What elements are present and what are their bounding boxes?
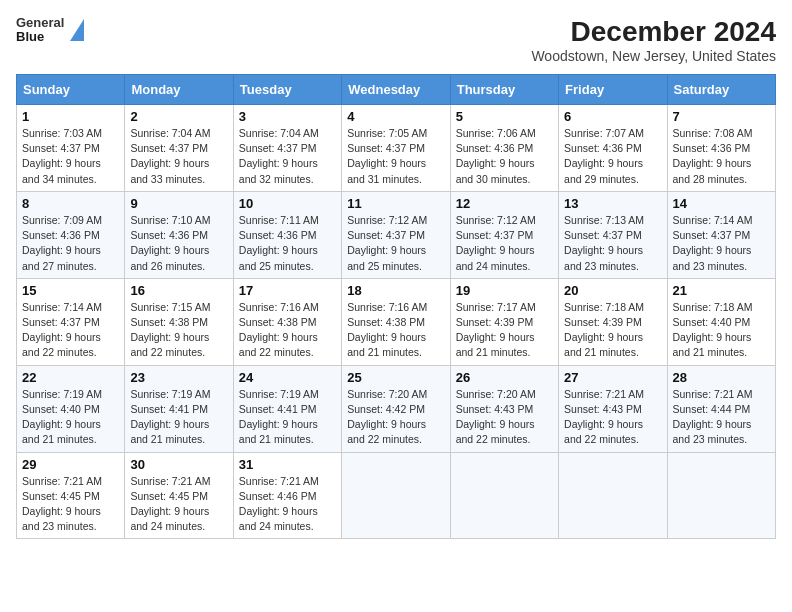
calendar-week-4: 22Sunrise: 7:19 AM Sunset: 4:40 PM Dayli…: [17, 365, 776, 452]
day-info: Sunrise: 7:19 AM Sunset: 4:41 PM Dayligh…: [130, 387, 227, 448]
calendar-cell: [667, 452, 775, 539]
day-number: 12: [456, 196, 553, 211]
day-number: 25: [347, 370, 444, 385]
day-number: 21: [673, 283, 770, 298]
day-number: 17: [239, 283, 336, 298]
calendar-cell: 10Sunrise: 7:11 AM Sunset: 4:36 PM Dayli…: [233, 191, 341, 278]
day-info: Sunrise: 7:09 AM Sunset: 4:36 PM Dayligh…: [22, 213, 119, 274]
logo-line2: Blue: [16, 30, 64, 44]
day-number: 14: [673, 196, 770, 211]
calendar-cell: 20Sunrise: 7:18 AM Sunset: 4:39 PM Dayli…: [559, 278, 667, 365]
calendar-cell: 22Sunrise: 7:19 AM Sunset: 4:40 PM Dayli…: [17, 365, 125, 452]
day-number: 13: [564, 196, 661, 211]
day-number: 27: [564, 370, 661, 385]
calendar-week-2: 8Sunrise: 7:09 AM Sunset: 4:36 PM Daylig…: [17, 191, 776, 278]
day-info: Sunrise: 7:20 AM Sunset: 4:42 PM Dayligh…: [347, 387, 444, 448]
calendar-cell: 11Sunrise: 7:12 AM Sunset: 4:37 PM Dayli…: [342, 191, 450, 278]
day-number: 16: [130, 283, 227, 298]
calendar-cell: 25Sunrise: 7:20 AM Sunset: 4:42 PM Dayli…: [342, 365, 450, 452]
calendar-cell: 16Sunrise: 7:15 AM Sunset: 4:38 PM Dayli…: [125, 278, 233, 365]
page-title: December 2024: [531, 16, 776, 48]
day-number: 23: [130, 370, 227, 385]
day-number: 2: [130, 109, 227, 124]
day-number: 31: [239, 457, 336, 472]
day-info: Sunrise: 7:06 AM Sunset: 4:36 PM Dayligh…: [456, 126, 553, 187]
calendar-cell: 23Sunrise: 7:19 AM Sunset: 4:41 PM Dayli…: [125, 365, 233, 452]
calendar-week-5: 29Sunrise: 7:21 AM Sunset: 4:45 PM Dayli…: [17, 452, 776, 539]
calendar-cell: 15Sunrise: 7:14 AM Sunset: 4:37 PM Dayli…: [17, 278, 125, 365]
calendar-cell: [342, 452, 450, 539]
day-info: Sunrise: 7:15 AM Sunset: 4:38 PM Dayligh…: [130, 300, 227, 361]
day-info: Sunrise: 7:20 AM Sunset: 4:43 PM Dayligh…: [456, 387, 553, 448]
day-info: Sunrise: 7:16 AM Sunset: 4:38 PM Dayligh…: [239, 300, 336, 361]
calendar-cell: 9Sunrise: 7:10 AM Sunset: 4:36 PM Daylig…: [125, 191, 233, 278]
calendar-cell: 17Sunrise: 7:16 AM Sunset: 4:38 PM Dayli…: [233, 278, 341, 365]
day-number: 19: [456, 283, 553, 298]
day-number: 3: [239, 109, 336, 124]
day-number: 15: [22, 283, 119, 298]
calendar-cell: 29Sunrise: 7:21 AM Sunset: 4:45 PM Dayli…: [17, 452, 125, 539]
day-number: 24: [239, 370, 336, 385]
calendar-cell: 5Sunrise: 7:06 AM Sunset: 4:36 PM Daylig…: [450, 105, 558, 192]
day-number: 11: [347, 196, 444, 211]
logo-text: General Blue: [16, 16, 64, 45]
day-info: Sunrise: 7:10 AM Sunset: 4:36 PM Dayligh…: [130, 213, 227, 274]
day-number: 7: [673, 109, 770, 124]
calendar-cell: 8Sunrise: 7:09 AM Sunset: 4:36 PM Daylig…: [17, 191, 125, 278]
calendar-cell: 30Sunrise: 7:21 AM Sunset: 4:45 PM Dayli…: [125, 452, 233, 539]
day-info: Sunrise: 7:21 AM Sunset: 4:46 PM Dayligh…: [239, 474, 336, 535]
column-header-friday: Friday: [559, 75, 667, 105]
day-info: Sunrise: 7:08 AM Sunset: 4:36 PM Dayligh…: [673, 126, 770, 187]
calendar-cell: 26Sunrise: 7:20 AM Sunset: 4:43 PM Dayli…: [450, 365, 558, 452]
calendar-cell: 19Sunrise: 7:17 AM Sunset: 4:39 PM Dayli…: [450, 278, 558, 365]
day-info: Sunrise: 7:03 AM Sunset: 4:37 PM Dayligh…: [22, 126, 119, 187]
day-number: 22: [22, 370, 119, 385]
day-info: Sunrise: 7:12 AM Sunset: 4:37 PM Dayligh…: [347, 213, 444, 274]
calendar-cell: [559, 452, 667, 539]
calendar-cell: 12Sunrise: 7:12 AM Sunset: 4:37 PM Dayli…: [450, 191, 558, 278]
calendar-cell: 14Sunrise: 7:14 AM Sunset: 4:37 PM Dayli…: [667, 191, 775, 278]
day-info: Sunrise: 7:21 AM Sunset: 4:43 PM Dayligh…: [564, 387, 661, 448]
day-info: Sunrise: 7:21 AM Sunset: 4:45 PM Dayligh…: [130, 474, 227, 535]
day-info: Sunrise: 7:12 AM Sunset: 4:37 PM Dayligh…: [456, 213, 553, 274]
column-header-wednesday: Wednesday: [342, 75, 450, 105]
day-info: Sunrise: 7:05 AM Sunset: 4:37 PM Dayligh…: [347, 126, 444, 187]
day-info: Sunrise: 7:04 AM Sunset: 4:37 PM Dayligh…: [130, 126, 227, 187]
column-header-saturday: Saturday: [667, 75, 775, 105]
day-number: 5: [456, 109, 553, 124]
day-info: Sunrise: 7:16 AM Sunset: 4:38 PM Dayligh…: [347, 300, 444, 361]
page-subtitle: Woodstown, New Jersey, United States: [531, 48, 776, 64]
day-number: 29: [22, 457, 119, 472]
day-info: Sunrise: 7:18 AM Sunset: 4:40 PM Dayligh…: [673, 300, 770, 361]
calendar-cell: 21Sunrise: 7:18 AM Sunset: 4:40 PM Dayli…: [667, 278, 775, 365]
day-number: 26: [456, 370, 553, 385]
calendar-cell: 2Sunrise: 7:04 AM Sunset: 4:37 PM Daylig…: [125, 105, 233, 192]
calendar-cell: 24Sunrise: 7:19 AM Sunset: 4:41 PM Dayli…: [233, 365, 341, 452]
day-info: Sunrise: 7:04 AM Sunset: 4:37 PM Dayligh…: [239, 126, 336, 187]
day-number: 10: [239, 196, 336, 211]
day-info: Sunrise: 7:21 AM Sunset: 4:45 PM Dayligh…: [22, 474, 119, 535]
calendar-cell: [450, 452, 558, 539]
calendar-header: SundayMondayTuesdayWednesdayThursdayFrid…: [17, 75, 776, 105]
day-info: Sunrise: 7:19 AM Sunset: 4:40 PM Dayligh…: [22, 387, 119, 448]
calendar-cell: 27Sunrise: 7:21 AM Sunset: 4:43 PM Dayli…: [559, 365, 667, 452]
logo-icon: [70, 19, 84, 41]
day-info: Sunrise: 7:21 AM Sunset: 4:44 PM Dayligh…: [673, 387, 770, 448]
logo-line1: General: [16, 16, 64, 30]
day-info: Sunrise: 7:13 AM Sunset: 4:37 PM Dayligh…: [564, 213, 661, 274]
logo: General Blue: [16, 16, 84, 45]
day-info: Sunrise: 7:07 AM Sunset: 4:36 PM Dayligh…: [564, 126, 661, 187]
calendar-cell: 28Sunrise: 7:21 AM Sunset: 4:44 PM Dayli…: [667, 365, 775, 452]
day-info: Sunrise: 7:14 AM Sunset: 4:37 PM Dayligh…: [673, 213, 770, 274]
day-number: 28: [673, 370, 770, 385]
day-info: Sunrise: 7:17 AM Sunset: 4:39 PM Dayligh…: [456, 300, 553, 361]
calendar-table: SundayMondayTuesdayWednesdayThursdayFrid…: [16, 74, 776, 539]
calendar-cell: 7Sunrise: 7:08 AM Sunset: 4:36 PM Daylig…: [667, 105, 775, 192]
calendar-week-1: 1Sunrise: 7:03 AM Sunset: 4:37 PM Daylig…: [17, 105, 776, 192]
day-number: 30: [130, 457, 227, 472]
calendar-cell: 13Sunrise: 7:13 AM Sunset: 4:37 PM Dayli…: [559, 191, 667, 278]
calendar-cell: 18Sunrise: 7:16 AM Sunset: 4:38 PM Dayli…: [342, 278, 450, 365]
day-number: 18: [347, 283, 444, 298]
page-header: General Blue December 2024 Woodstown, Ne…: [16, 16, 776, 64]
day-number: 4: [347, 109, 444, 124]
